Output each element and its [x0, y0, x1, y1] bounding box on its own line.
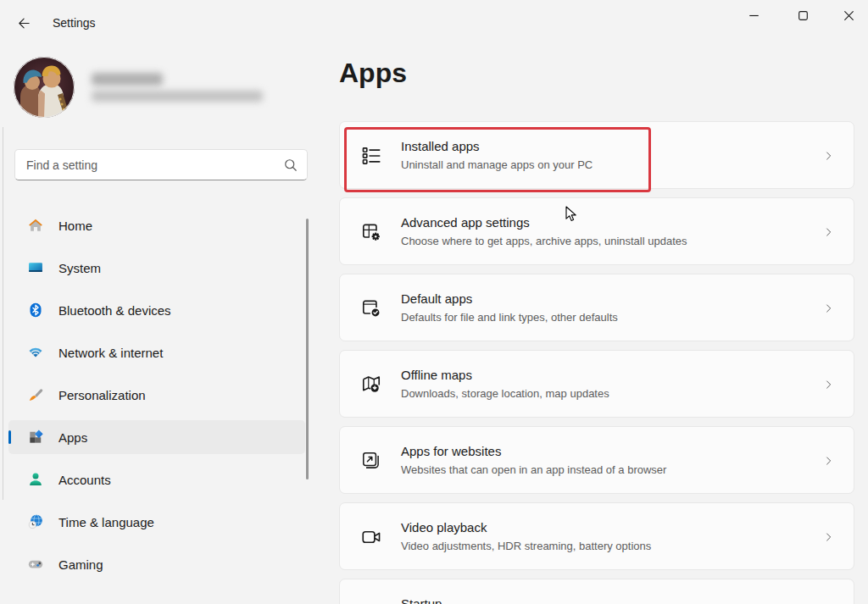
sidebar-item-label: Personalization — [58, 388, 146, 402]
maximize-icon — [794, 7, 812, 25]
minimize-icon — [745, 7, 763, 25]
time-language-icon — [27, 513, 44, 530]
card-subtitle: Websites that can open in an app instead… — [401, 463, 666, 476]
chevron-right-icon — [822, 147, 835, 164]
window-title: Settings — [53, 16, 96, 30]
sidebar-item-label: Network & internet — [58, 346, 163, 360]
sidebar-item-label: Accounts — [58, 473, 111, 487]
minimize-button[interactable] — [734, 0, 773, 30]
sidebar-left-divider — [3, 127, 3, 500]
card-title: Offline maps — [401, 368, 472, 382]
apps-for-websites-icon — [360, 450, 382, 472]
close-icon — [840, 7, 858, 25]
video-playback-icon — [360, 526, 382, 548]
chevron-right-icon — [822, 224, 835, 241]
offline-maps-icon — [360, 374, 382, 396]
card-title: Advanced app settings — [401, 215, 530, 230]
sidebar-item-label: Apps — [58, 430, 87, 445]
sidebar-item-home[interactable]: Home — [8, 208, 305, 242]
card-title: Installed apps — [401, 139, 480, 153]
system-icon — [27, 259, 44, 276]
settings-cards: Installed apps Uninstall and manage apps… — [339, 121, 854, 604]
default-apps-icon — [360, 297, 382, 319]
card-subtitle: Defaults for file and link types, other … — [401, 311, 618, 324]
sidebar-item-label: Time & language — [58, 515, 154, 529]
user-email-redacted — [92, 91, 263, 102]
sidebar-item-label: Bluetooth & devices — [58, 303, 171, 318]
bluetooth-icon — [27, 302, 44, 319]
sidebar-item-label: Home — [58, 219, 92, 233]
maximize-button[interactable] — [783, 0, 822, 30]
user-avatar — [14, 57, 75, 118]
sidebar-item-bluetooth-and-devices[interactable]: Bluetooth & devices — [8, 293, 305, 327]
search-icon — [282, 157, 299, 174]
sidebar-item-time-and-language[interactable]: Time & language — [8, 505, 305, 539]
card-installed-apps[interactable]: Installed apps Uninstall and manage apps… — [339, 121, 854, 189]
card-subtitle: Video adjustments, HDR streaming, batter… — [401, 540, 651, 552]
card-video-playback[interactable]: Video playback Video adjustments, HDR st… — [339, 502, 854, 570]
user-name-redacted — [92, 73, 163, 86]
card-title: Apps for websites — [401, 444, 501, 458]
selected-indicator — [8, 430, 11, 444]
advanced-app-settings-icon — [360, 221, 382, 243]
close-button[interactable] — [829, 0, 868, 30]
page-title: Apps — [339, 58, 407, 89]
sidebar-scrollbar[interactable] — [306, 219, 309, 479]
network-icon — [27, 344, 44, 361]
apps-icon — [27, 429, 44, 446]
search-input[interactable] — [15, 150, 307, 180]
sidebar-item-network-and-internet[interactable]: Network & internet — [8, 335, 305, 369]
card-default-apps[interactable]: Default apps Defaults for file and link … — [339, 274, 854, 341]
sidebar-item-gaming[interactable]: Gaming — [8, 547, 305, 581]
sidebar-item-system[interactable]: System — [8, 251, 305, 285]
sidebar-item-apps[interactable]: Apps — [8, 420, 305, 454]
chevron-right-icon — [822, 529, 835, 546]
card-offline-maps[interactable]: Offline maps Downloads, storage location… — [339, 350, 854, 418]
card-startup[interactable]: Startup — [339, 579, 854, 604]
sidebar-item-label: System — [58, 261, 101, 275]
card-title: Video playback — [401, 520, 487, 535]
home-icon — [27, 217, 44, 234]
chevron-right-icon — [822, 452, 835, 469]
sidebar-nav: Home System Bluetooth & devices Network … — [8, 208, 305, 590]
chevron-right-icon — [822, 300, 835, 317]
card-subtitle: Downloads, storage location, map updates — [401, 387, 609, 400]
card-subtitle: Uninstall and manage apps on your PC — [401, 158, 593, 171]
card-title: Default apps — [401, 291, 472, 306]
card-apps-for-websites[interactable]: Apps for websites Websites that can open… — [339, 426, 854, 494]
sidebar-item-personalization[interactable]: Personalization — [8, 378, 305, 412]
back-button[interactable] — [10, 9, 37, 36]
gaming-icon — [27, 556, 44, 573]
search-box — [14, 149, 308, 180]
back-arrow-icon — [17, 16, 31, 30]
personalization-icon — [27, 386, 44, 403]
chevron-right-icon — [822, 376, 835, 393]
card-advanced-app-settings[interactable]: Advanced app settings Choose where to ge… — [339, 197, 854, 265]
installed-apps-icon — [360, 145, 382, 167]
sidebar-item-accounts[interactable]: Accounts — [8, 463, 305, 496]
card-subtitle: Choose where to get apps, archive apps, … — [401, 235, 687, 247]
card-title: Startup — [401, 596, 442, 604]
accounts-icon — [27, 471, 44, 488]
sidebar-item-label: Gaming — [58, 557, 103, 572]
